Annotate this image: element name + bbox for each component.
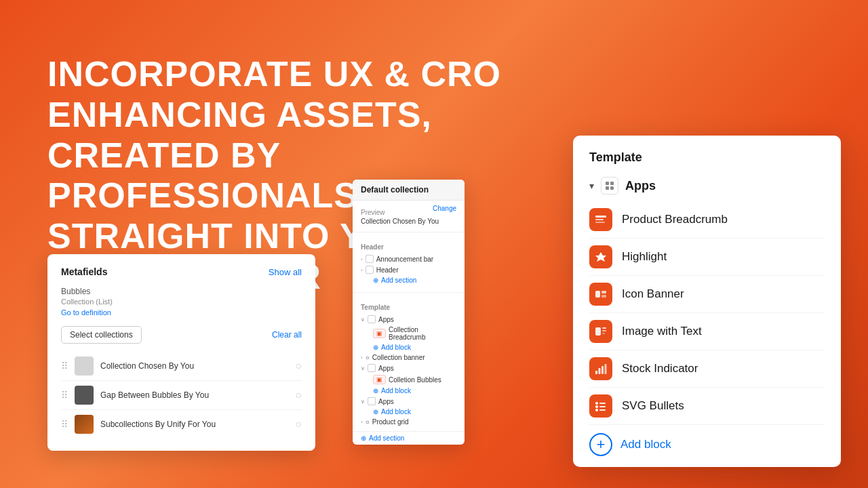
apps-icon [368, 397, 376, 405]
apps-2-item[interactable]: ∨ Apps [361, 363, 456, 373]
svg-rect-0 [606, 182, 609, 185]
apps-row: ▾ Apps [589, 177, 825, 195]
circle-icon: ○ [366, 418, 370, 426]
svg-rect-2 [606, 186, 609, 190]
drag-handle-icon: ⠿ [61, 390, 68, 401]
caret-icon: ∨ [361, 399, 365, 405]
template-item-highlight[interactable]: Highlight [589, 239, 825, 276]
svg-rect-6 [595, 222, 605, 223]
template-card-title: Template [589, 150, 825, 165]
editor-card: Default collection Preview Change Collec… [353, 180, 465, 445]
change-link[interactable]: Change [433, 205, 456, 218]
item-menu-icon[interactable]: ○ [295, 389, 302, 401]
item-label: Gap Between Bubbles By You [100, 390, 288, 400]
section-icon [366, 255, 374, 263]
add-section-button[interactable]: ⊕ Add section [361, 275, 456, 285]
template-item-label: Product Breadcrumb [622, 213, 728, 226]
metafields-type: Collection (List) [61, 298, 302, 306]
select-collections-button[interactable]: Select collections [61, 326, 142, 344]
go-to-definition-link[interactable]: Go to definition [61, 308, 302, 317]
preview-value: Collection Chosen By You [361, 218, 456, 225]
header-section-title: Header [361, 243, 456, 251]
apps-1-item[interactable]: ∨ Apps [361, 314, 456, 325]
plus-icon: ⊕ [373, 344, 378, 351]
svg-point-19 [595, 402, 598, 405]
preview-label: Preview [361, 209, 385, 216]
caret-icon: › [361, 256, 363, 262]
svg-rect-20 [599, 403, 606, 404]
svg-rect-9 [601, 291, 606, 293]
add-block-circle-icon: + [589, 433, 612, 456]
svg-rect-4 [595, 216, 606, 218]
template-item-stock-indicator[interactable]: Stock Indicator [589, 350, 825, 388]
caret-icon: ∨ [361, 365, 365, 371]
caret-icon: ∨ [361, 317, 365, 323]
add-block-3-button[interactable]: ⊕ Add block [361, 407, 456, 417]
add-section-bottom-button[interactable]: ⊕ Add section [353, 431, 465, 445]
template-item-icon-banner[interactable]: Icon Banner [589, 276, 825, 313]
template-item-label: Icon Banner [622, 287, 684, 301]
caret-icon: › [361, 419, 363, 425]
apps-label: Apps [625, 179, 656, 193]
metafields-card: Metafields Show all Bubbles Collection (… [47, 254, 315, 451]
apps-caret-icon: ▾ [589, 180, 594, 191]
svg-rect-8 [595, 291, 600, 298]
plus-icon: ⊕ [373, 277, 378, 284]
template-item-icon [589, 283, 612, 306]
template-item-svg-bullets[interactable]: SVG Bullets [589, 388, 825, 425]
plus-icon: ⊕ [373, 408, 378, 415]
template-item-icon [589, 320, 612, 343]
template-section: Template ∨ Apps ▣ Collection Breadcrumb … [353, 296, 465, 431]
collection-bubbles-item: ▣ Colletion Bubbles [361, 373, 456, 386]
drag-handle-icon: ⠿ [61, 419, 68, 430]
metafields-action-row: Select collections Clear all [61, 326, 302, 344]
show-all-link[interactable]: Show all [269, 267, 302, 277]
metafields-title: Metafields [61, 266, 107, 277]
item-menu-icon[interactable]: ○ [295, 360, 302, 372]
svg-rect-5 [595, 219, 604, 220]
template-item-label: Stock Indicator [622, 362, 698, 375]
item-label: Subcollections By Unify For You [100, 420, 288, 429]
add-block-row[interactable]: + Add block [589, 425, 825, 456]
template-item-icon [589, 208, 612, 231]
add-block-2-button[interactable]: ⊕ Add block [361, 386, 456, 396]
caret-icon: › [361, 354, 363, 361]
svg-rect-11 [595, 327, 601, 336]
section-icon [366, 266, 374, 274]
add-block-1-button[interactable]: ⊕ Add block [361, 342, 456, 352]
header-section: Header › Announcement bar › Header ⊕ Add… [353, 235, 465, 289]
editor-card-header: Default collection [353, 180, 465, 201]
svg-rect-22 [599, 406, 606, 407]
template-item-label: SVG Bullets [622, 399, 684, 413]
metafield-item: ⠿ Collection Chosen By You ○ [61, 352, 302, 381]
svg-rect-3 [610, 186, 614, 190]
header-item[interactable]: › Header [361, 264, 456, 275]
collection-breadcrumb-item: ▣ Collection Breadcrumb [361, 325, 456, 342]
breadcrumb-chip: ▣ [373, 329, 386, 338]
template-item-product-breadcrumb[interactable]: Product Breadcrumb [589, 201, 825, 239]
svg-rect-17 [601, 366, 604, 374]
svg-point-21 [595, 405, 598, 408]
template-item-icon [589, 357, 612, 380]
template-item-label: Highlight [622, 250, 667, 264]
product-grid-item[interactable]: › ○ Product grid [361, 417, 456, 427]
svg-rect-13 [602, 330, 606, 331]
circle-icon: ○ [366, 354, 370, 361]
collection-banner-item[interactable]: › ○ Collection banner [361, 352, 456, 363]
preview-row: Preview Change [361, 205, 456, 218]
svg-rect-18 [605, 364, 607, 374]
plus-icon: ⊕ [373, 387, 378, 394]
item-menu-icon[interactable]: ○ [295, 418, 302, 430]
svg-rect-10 [601, 295, 606, 298]
template-item-image-with-text[interactable]: Image with Text [589, 313, 825, 350]
clear-all-link[interactable]: Clear all [272, 330, 302, 340]
metafields-subtitle: Bubbles [61, 287, 302, 296]
announcement-bar-item[interactable]: › Announcement bar [361, 253, 456, 264]
apps-icon [368, 364, 376, 372]
metafield-item: ⠿ Subcollections By Unify For You ○ [61, 410, 302, 439]
apps-icon [368, 315, 376, 323]
item-thumb [75, 357, 94, 375]
apps-3-item[interactable]: ∨ Apps [361, 396, 456, 407]
template-item-icon [589, 245, 612, 268]
svg-rect-1 [610, 182, 614, 185]
